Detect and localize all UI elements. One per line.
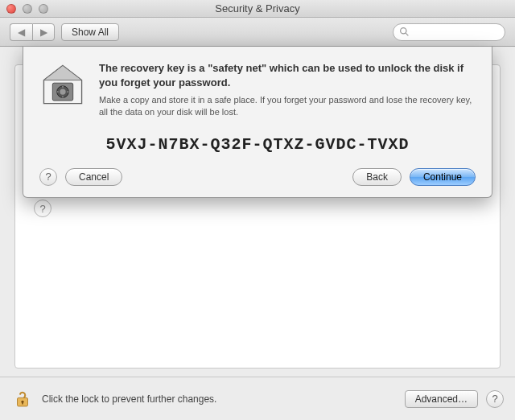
lock-icon[interactable] xyxy=(11,388,34,410)
chevron-right-icon: ▶ xyxy=(40,27,47,38)
svg-line-1 xyxy=(406,33,408,35)
svg-marker-3 xyxy=(43,65,81,80)
sheet-subtext: Make a copy and store it in a safe place… xyxy=(99,94,476,119)
minimize-icon[interactable] xyxy=(23,4,32,14)
search-icon xyxy=(399,27,410,39)
advanced-button[interactable]: Advanced… xyxy=(405,390,478,408)
show-all-button[interactable]: Show All xyxy=(61,23,119,41)
bottom-help-button[interactable]: ? xyxy=(486,390,504,408)
zoom-icon[interactable] xyxy=(39,4,48,14)
svg-point-6 xyxy=(60,89,65,94)
nav-group: ◀ ▶ xyxy=(10,23,55,41)
recovery-key-value: 5VXJ-N7BX-Q32F-QTXZ-GVDC-TVXD xyxy=(39,135,476,154)
window-title: Security & Privacy xyxy=(0,2,515,14)
chevron-left-icon: ◀ xyxy=(18,27,25,38)
filevault-icon xyxy=(39,61,86,108)
sheet-heading: The recovery key is a "safety net" which… xyxy=(99,61,476,89)
window-titlebar: Security & Privacy xyxy=(0,0,515,18)
forward-button[interactable]: ▶ xyxy=(32,23,55,41)
recovery-key-sheet: The recovery key is a "safety net" which… xyxy=(23,47,492,198)
back-button[interactable]: ◀ xyxy=(10,23,32,41)
background-help-icon: ? xyxy=(34,200,52,217)
search-wrap xyxy=(393,23,505,41)
back-sheet-button[interactable]: Back xyxy=(352,168,402,186)
search-input[interactable] xyxy=(393,23,505,41)
close-icon[interactable] xyxy=(6,4,16,14)
svg-rect-13 xyxy=(22,401,23,404)
lock-label: Click the lock to prevent further change… xyxy=(42,393,216,405)
traffic-lights xyxy=(6,4,48,14)
toolbar: ◀ ▶ Show All xyxy=(0,18,515,47)
cancel-button[interactable]: Cancel xyxy=(65,168,122,186)
continue-button[interactable]: Continue xyxy=(410,168,476,186)
bottom-bar: Click the lock to prevent further change… xyxy=(0,377,515,420)
svg-point-0 xyxy=(401,27,406,33)
sheet-help-button[interactable]: ? xyxy=(39,168,57,186)
workspace: ? The recovery xyxy=(0,47,515,377)
